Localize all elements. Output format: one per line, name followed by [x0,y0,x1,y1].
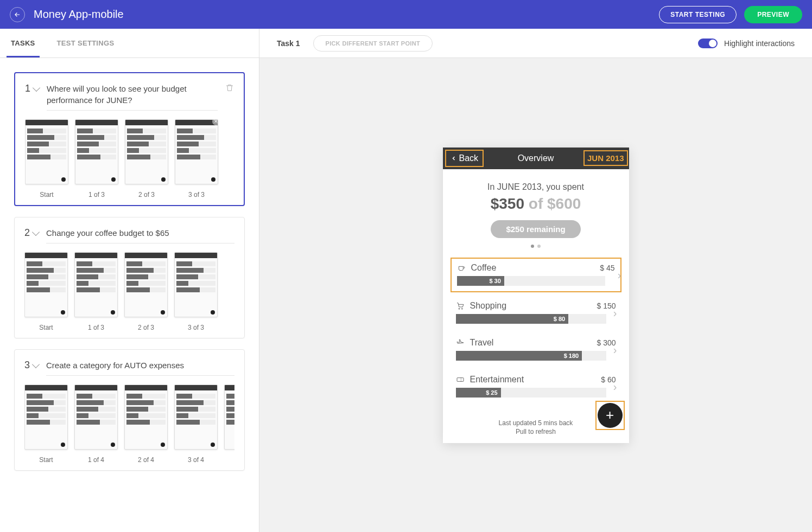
thumbnail-label: Start [25,191,68,198]
amount-spent: $350 [491,195,524,212]
task-question: Create a category for AUTO expenses [46,360,234,376]
chevron-right-icon[interactable]: › [613,306,617,319]
preview-button[interactable]: PREVIEW [744,6,802,23]
screen-thumbnail[interactable]: 2 of 3 [124,252,168,331]
progress-bar: $ 80 [456,314,606,324]
delete-icon[interactable] [225,83,234,95]
start-testing-button[interactable]: START TESTING [659,6,737,23]
task-question: Change your coffee budget to $65 [46,227,234,243]
tab-tasks[interactable]: TASKS [11,29,35,57]
task-question: Where will you look to see your budget p… [47,83,218,111]
top-bar: Money App-mobile START TESTING PREVIEW [0,0,812,29]
thumbnail-label: 3 of 4 [174,456,218,464]
task-number[interactable]: 2 [24,227,39,239]
task-card[interactable]: 3 Create a category for AUTO expensesSta… [14,349,245,471]
progress-bar: $ 30 [457,276,605,286]
amount-budget: $600 [547,195,581,212]
screen-thumbnail[interactable]: 1 of 3 [74,252,118,331]
task-card[interactable]: 2 Change your coffee budget to $65Start1… [14,217,245,338]
chevron-right-icon[interactable]: › [613,380,617,393]
task-number[interactable]: 1 [25,83,39,94]
tab-test-settings[interactable]: TEST SETTINGS [57,29,115,57]
amount-of: of [524,195,547,212]
chevron-down-icon [32,228,40,235]
screen-thumbnail[interactable]: 1 of 3 [75,119,118,198]
phone-back-button[interactable]: Back [445,150,484,167]
thumbnail-label: 1 of 4 [74,456,118,464]
highlight-label: Highlight interactions [724,39,795,48]
category-name: Travel [470,338,592,348]
screen-thumbnail[interactable]: 1 of 4 [74,384,118,464]
svg-point-0 [459,308,460,309]
thumbnail-label: 4 of [224,456,234,464]
screen-thumbnail[interactable]: 3 of 3 [174,252,218,331]
thumbnail-label: 2 of 4 [124,456,168,464]
category-row[interactable]: Coffee$ 45$ 30› [451,258,621,292]
thumbnail-label: 1 of 3 [74,324,118,331]
svg-point-1 [461,308,462,309]
spent-summary-line: In JUNE 2013, you spent [451,182,621,192]
task-card[interactable]: 1 Where will you look to see your budget… [14,72,245,206]
screen-thumbnail[interactable]: Start [24,384,68,464]
back-button[interactable] [10,7,25,22]
cup-icon [457,264,466,272]
phone-back-label: Back [459,153,479,163]
tasks-list: 1 Where will you look to see your budget… [0,58,259,532]
thumbnail-label: Start [24,456,68,464]
pick-start-point-button[interactable]: PICK DIFFERENT START POINT [313,35,433,52]
progress-bar: $ 25 [456,388,606,398]
screen-thumbnail[interactable]: 3 of 4 [174,384,218,464]
highlight-toggle[interactable] [698,39,718,48]
add-button[interactable]: + [595,401,625,430]
page-title: Money App-mobile [34,8,124,21]
phone-date-button[interactable]: JUN 2013 [583,150,628,166]
chevron-down-icon [32,360,40,368]
category-row[interactable]: Entertainment$ 60$ 25› [451,370,621,403]
page-dots [451,245,621,248]
chevron-down-icon [33,84,40,91]
category-name: Shopping [470,301,592,311]
close-icon[interactable]: ✕ [212,119,218,125]
progress-bar: $ 180 [456,351,606,361]
category-row[interactable]: Travel$ 300$ 180› [451,334,621,366]
phone-title: Overview [518,153,554,163]
thumbnail-label: Start [24,324,68,331]
screen-thumbnail[interactable]: Start [25,119,68,198]
screen-thumbnail[interactable]: ✕3 of 3 [175,119,218,198]
preview-area: Back Overview JUN 2013 In JUNE 2013, you… [259,58,812,532]
right-panel: Task 1 PICK DIFFERENT START POINT Highli… [259,29,812,532]
screen-thumbnail[interactable]: 2 of 4 [124,384,168,464]
thumbnail-label: 3 of 3 [174,324,218,331]
task-number[interactable]: 3 [24,360,39,371]
category-row[interactable]: Shopping$ 150$ 80› [451,297,621,329]
thumbnail-label: 2 of 3 [124,324,168,331]
remaining-badge: $250 remaining [491,220,580,238]
screen-thumbnail[interactable]: Start [24,252,68,331]
phone-preview: Back Overview JUN 2013 In JUNE 2013, you… [443,148,629,443]
left-panel: TASKS TEST SETTINGS 1 Where will you loo… [0,29,259,532]
ticket-icon [456,375,465,384]
current-task-label: Task 1 [277,39,300,48]
category-name: Coffee [471,263,595,273]
plane-icon [456,338,465,347]
plus-icon: + [598,403,623,428]
thumbnail-label: 1 of 3 [75,191,118,198]
chevron-right-icon[interactable]: › [613,343,617,356]
category-name: Entertainment [470,375,596,384]
screen-thumbnail[interactable]: 4 of [224,384,234,464]
thumbnail-label: 2 of 3 [125,191,168,198]
amount-line: $350 of $600 [451,195,621,213]
cart-icon [456,302,465,310]
category-budget: $ 45 [600,264,614,272]
chevron-right-icon[interactable]: › [618,268,621,281]
svg-rect-2 [457,377,464,381]
screen-thumbnail[interactable]: 2 of 3 [125,119,168,198]
thumbnail-label: 3 of 3 [175,191,218,198]
